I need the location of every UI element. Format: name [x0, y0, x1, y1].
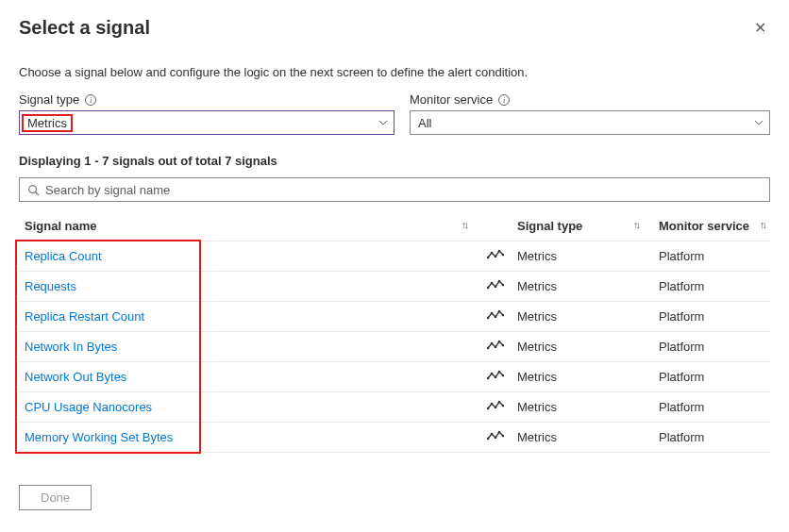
- search-input-wrap[interactable]: [19, 177, 770, 202]
- sort-icon[interactable]: ↑↓: [760, 219, 764, 230]
- table-row[interactable]: Memory Working Set BytesMetricsPlatform: [19, 423, 770, 453]
- metrics-icon: [487, 279, 504, 293]
- subtitle-text: Choose a signal below and configure the …: [19, 65, 770, 79]
- signal-type-value: Metrics: [27, 116, 67, 130]
- svg-point-35: [498, 431, 501, 434]
- svg-point-15: [498, 310, 501, 313]
- search-input[interactable]: [45, 183, 762, 197]
- col-header-type[interactable]: Signal type ↑↓: [512, 211, 653, 241]
- results-count: Displaying 1 - 7 signals out of total 7 …: [19, 154, 770, 168]
- metrics-icon: [487, 400, 504, 414]
- col-header-name[interactable]: Signal name ↑↓: [19, 211, 481, 241]
- monitor-service-dropdown[interactable]: All: [410, 110, 770, 135]
- signal-type-cell: Metrics: [512, 423, 653, 453]
- table-row[interactable]: CPU Usage NanocoresMetricsPlatform: [19, 392, 770, 423]
- svg-point-18: [491, 342, 494, 345]
- svg-point-33: [491, 433, 494, 436]
- page-title: Select a signal: [19, 17, 150, 39]
- search-icon: [27, 184, 40, 196]
- svg-point-14: [495, 316, 497, 319]
- metrics-icon: [487, 430, 504, 444]
- signals-table: Signal name ↑↓ Signal type ↑↓ Monitor se…: [19, 211, 770, 453]
- svg-point-24: [495, 376, 497, 379]
- monitor-service-cell: Platform: [653, 332, 770, 362]
- signal-link[interactable]: Memory Working Set Bytes: [25, 430, 173, 444]
- signal-type-cell: Metrics: [512, 362, 653, 392]
- signal-type-cell: Metrics: [512, 272, 653, 302]
- svg-point-4: [495, 256, 497, 258]
- table-row[interactable]: RequestsMetricsPlatform: [19, 272, 770, 302]
- signal-link[interactable]: Replica Restart Count: [25, 309, 144, 324]
- svg-point-19: [495, 346, 497, 349]
- signal-link[interactable]: CPU Usage Nanocores: [25, 400, 152, 414]
- monitor-service-cell: Platform: [653, 272, 770, 302]
- done-button[interactable]: Done: [19, 485, 92, 510]
- svg-point-30: [498, 401, 501, 404]
- signal-link[interactable]: Network In Bytes: [25, 340, 117, 354]
- chevron-down-icon: [378, 118, 388, 127]
- monitor-service-cell: Platform: [653, 423, 770, 453]
- svg-point-5: [498, 250, 501, 253]
- svg-point-28: [491, 403, 494, 406]
- sort-icon[interactable]: ↑↓: [633, 219, 638, 230]
- table-row[interactable]: Replica CountMetricsPlatform: [19, 241, 770, 272]
- chevron-down-icon: [754, 118, 764, 127]
- svg-point-20: [498, 341, 501, 343]
- col-header-service[interactable]: Monitor service ↑↓: [653, 211, 770, 241]
- table-row[interactable]: Replica Restart CountMetricsPlatform: [19, 302, 770, 332]
- sort-icon[interactable]: ↑↓: [462, 219, 466, 230]
- table-row[interactable]: Network In BytesMetricsPlatform: [19, 332, 770, 362]
- signal-type-cell: Metrics: [512, 241, 653, 272]
- metrics-icon: [487, 309, 504, 324]
- close-icon[interactable]: ✕: [750, 17, 770, 39]
- signal-type-cell: Metrics: [512, 302, 653, 332]
- svg-point-3: [491, 252, 494, 255]
- monitor-service-cell: Platform: [653, 241, 770, 272]
- monitor-service-label: Monitor service: [410, 92, 493, 107]
- signal-link[interactable]: Replica Count: [25, 249, 102, 263]
- metrics-icon: [487, 340, 504, 354]
- svg-point-8: [491, 282, 494, 285]
- svg-point-23: [491, 373, 494, 375]
- signal-type-dropdown[interactable]: Metrics: [19, 110, 394, 135]
- monitor-service-cell: Platform: [653, 362, 770, 392]
- info-icon[interactable]: i: [498, 94, 510, 106]
- table-row[interactable]: Network Out BytesMetricsPlatform: [19, 362, 770, 392]
- monitor-service-value: All: [418, 116, 431, 130]
- metrics-icon: [487, 370, 504, 384]
- signal-link[interactable]: Network Out Bytes: [25, 370, 126, 384]
- metrics-icon: [487, 249, 504, 263]
- signal-link[interactable]: Requests: [25, 279, 76, 293]
- svg-point-9: [495, 286, 497, 289]
- monitor-service-cell: Platform: [653, 392, 770, 423]
- svg-point-25: [498, 371, 501, 374]
- info-icon[interactable]: i: [85, 94, 96, 106]
- svg-point-29: [495, 407, 497, 409]
- svg-point-34: [495, 437, 497, 440]
- signal-type-cell: Metrics: [512, 392, 653, 423]
- svg-point-13: [491, 312, 494, 315]
- signal-type-cell: Metrics: [512, 332, 653, 362]
- signal-type-label: Signal type: [19, 92, 79, 107]
- svg-point-10: [498, 280, 501, 283]
- svg-line-1: [36, 191, 40, 195]
- svg-point-0: [29, 185, 37, 192]
- monitor-service-cell: Platform: [653, 302, 770, 332]
